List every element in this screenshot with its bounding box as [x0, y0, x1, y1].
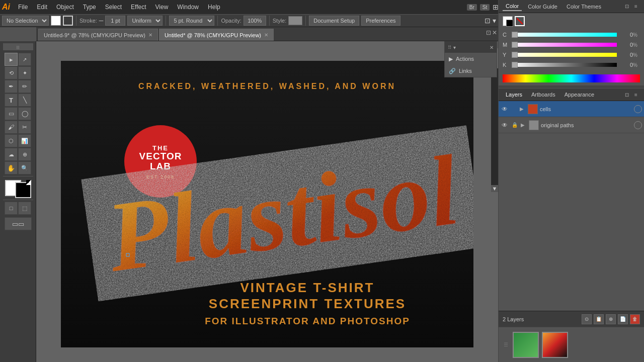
none-swatch[interactable]: [515, 16, 525, 26]
opacity-label: Opacity:: [221, 18, 241, 24]
new-layer-from-btn[interactable]: 📋: [594, 314, 604, 324]
actions-item[interactable]: ▶ Actions: [445, 53, 497, 65]
menu-object[interactable]: Object: [52, 3, 78, 12]
blend-tool[interactable]: ☁: [5, 148, 18, 161]
graph-tool[interactable]: 📊: [18, 134, 31, 147]
stock-icon[interactable]: St: [480, 4, 490, 11]
scissors-tool[interactable]: ✂: [18, 121, 31, 134]
gradient-tool[interactable]: ⬡: [5, 134, 18, 147]
stroke-width-input[interactable]: [105, 16, 125, 26]
k-track[interactable]: [512, 63, 617, 67]
zoom-tool[interactable]: 🔍: [18, 161, 31, 174]
thumbnail-2[interactable]: [542, 332, 568, 358]
fill-swatch[interactable]: [51, 16, 61, 26]
layers-panel-menu[interactable]: ≡: [632, 90, 640, 99]
document-setup-button[interactable]: Document Setup: [309, 16, 359, 26]
layer-row-original[interactable]: 👁 🔒 ▶ original paths: [499, 117, 644, 133]
opacity-input[interactable]: [244, 16, 266, 26]
selection-dropdown[interactable]: No Selection: [2, 16, 49, 26]
pen-tool[interactable]: ✒: [5, 80, 18, 93]
tab-close-0[interactable]: ✕: [148, 32, 152, 38]
stroke-swatch[interactable]: [63, 16, 73, 26]
panel-expand-arrow[interactable]: ▾: [453, 45, 456, 50]
y-thumb[interactable]: [512, 52, 518, 58]
color-spectrum[interactable]: [503, 74, 640, 82]
stroke-cap-select[interactable]: 5 pt. Round: [169, 16, 214, 26]
menu-view[interactable]: View: [151, 3, 173, 12]
menu-effect[interactable]: Effect: [127, 3, 150, 12]
c-slider-row: C 0 %: [503, 30, 640, 39]
color-themes-tab[interactable]: Color Themes: [564, 3, 604, 11]
color-panel-expand[interactable]: ⊡: [623, 3, 631, 11]
line-tool[interactable]: ╲: [18, 94, 31, 107]
align-icon[interactable]: ⊡: [485, 17, 491, 25]
preferences-button[interactable]: Preferences: [361, 16, 400, 26]
bridge-icon[interactable]: Br: [467, 4, 477, 11]
artboard-btn[interactable]: ▭▭: [5, 217, 32, 230]
tab-0[interactable]: Untitled-9* @ 78% (CMYK/GPU Preview) ✕: [38, 29, 158, 41]
artboards-tab[interactable]: Artboards: [528, 90, 558, 99]
menu-select[interactable]: Select: [101, 3, 126, 12]
magic-wand-tool[interactable]: ✦: [18, 66, 31, 79]
panel-expand-btn[interactable]: ⊡: [486, 29, 491, 36]
y-pct: %: [633, 52, 640, 58]
links-item[interactable]: 🔗 Links: [445, 65, 497, 77]
black-swatch-small[interactable]: [506, 20, 513, 27]
scroll-down-btn[interactable]: ▼: [491, 185, 498, 192]
panel-settings-icon[interactable]: ✕: [490, 45, 494, 50]
artboard-tool[interactable]: ▭▭: [5, 217, 32, 230]
locate-object-btn[interactable]: ⊙: [582, 314, 592, 324]
layer-visibility-original[interactable]: 👁: [501, 121, 509, 129]
layer-expand-cells[interactable]: ▶: [520, 106, 526, 112]
y-track[interactable]: [512, 53, 617, 57]
layers-panel-expand[interactable]: ⊡: [623, 90, 631, 99]
stroke-type-select[interactable]: Uniform: [127, 16, 163, 26]
tab-1[interactable]: Untitled* @ 78% (CMYK/GPU Preview) ✕: [159, 29, 274, 41]
k-thumb[interactable]: [512, 62, 518, 68]
layer-lock-original[interactable]: 🔒: [511, 121, 519, 129]
ellipse-tool[interactable]: ◯: [18, 107, 31, 120]
direct-select-tool[interactable]: ↗: [18, 53, 31, 66]
preview-mode-btn[interactable]: ⬚: [18, 202, 31, 215]
c-track[interactable]: [512, 33, 617, 37]
color-panel-menu[interactable]: ≡: [632, 3, 640, 11]
style-swatch[interactable]: [288, 16, 302, 25]
delete-layer-btn[interactable]: 🗑: [630, 314, 640, 324]
tab-close-1[interactable]: ✕: [264, 32, 268, 38]
rotate-tool[interactable]: ⟲: [5, 66, 18, 79]
c-thumb[interactable]: [512, 32, 518, 38]
layer-visibility-cells[interactable]: 👁: [501, 105, 509, 113]
k-pct: %: [633, 62, 640, 68]
menu-help[interactable]: Help: [204, 3, 224, 12]
normal-mode-btn[interactable]: □: [5, 202, 18, 215]
swap-colors-btn[interactable]: [26, 180, 31, 185]
new-sublayer-btn[interactable]: ⊕: [606, 314, 616, 324]
m-thumb[interactable]: [512, 42, 518, 48]
appearance-tab[interactable]: Appearance: [561, 90, 597, 99]
menu-type[interactable]: Type: [79, 3, 100, 12]
new-layer-btn[interactable]: 📄: [618, 314, 628, 324]
menu-file[interactable]: File: [14, 3, 32, 12]
menu-edit[interactable]: Edit: [33, 3, 51, 12]
layer-row-cells[interactable]: 👁 ▶ cells: [499, 101, 644, 117]
tools-gripper[interactable]: |||: [3, 43, 33, 50]
m-track[interactable]: [512, 43, 617, 47]
white-swatch-active[interactable]: [503, 16, 513, 26]
layer-expand-original[interactable]: ▶: [521, 122, 527, 128]
type-tool[interactable]: T: [5, 94, 18, 107]
thumbnail-1[interactable]: [513, 332, 539, 358]
layer-target-original[interactable]: [634, 121, 642, 129]
color-guide-tab[interactable]: Color Guide: [525, 3, 560, 11]
layers-tab[interactable]: Layers: [503, 90, 525, 99]
selection-tool[interactable]: ▸: [5, 53, 18, 66]
layer-target-cells[interactable]: [634, 105, 642, 113]
menu-window[interactable]: Window: [173, 3, 203, 12]
hand-tool[interactable]: ✋: [5, 161, 18, 174]
paintbrush-tool[interactable]: 🖌: [5, 121, 18, 134]
pencil-tool[interactable]: ✏: [18, 80, 31, 93]
color-tab[interactable]: Color: [503, 2, 522, 11]
panel-close-btn[interactable]: ✕: [492, 29, 497, 36]
rect-tool[interactable]: ▭: [5, 107, 18, 120]
expand-icon[interactable]: ▾: [493, 17, 496, 25]
symbol-tool[interactable]: ⊕: [18, 148, 31, 161]
